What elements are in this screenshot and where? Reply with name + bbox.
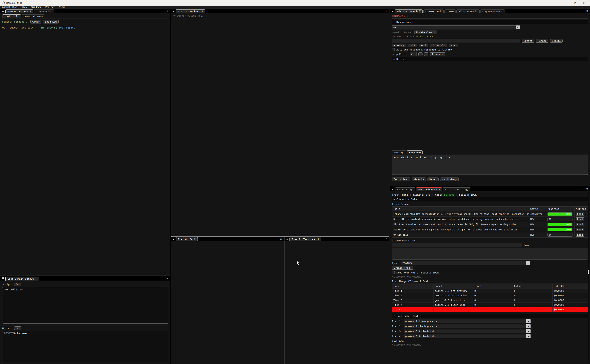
window-close-icon[interactable]: X: [167, 277, 168, 280]
create-track-button[interactable]: Create Track: [392, 266, 413, 270]
tab-operations-hub[interactable]: Operations Hub X: [5, 9, 33, 13]
to-history-button[interactable]: -> History: [440, 177, 458, 181]
plus-all-button[interactable]: +All: [419, 44, 428, 47]
menu-manual-slop[interactable]: manual slop: [2, 6, 17, 9]
tab-tool-calls[interactable]: Tool Calls: [2, 14, 21, 18]
window-close-icon[interactable]: X: [167, 10, 168, 13]
discussion-select[interactable]: main ▼: [392, 25, 520, 29]
idle-status: Status: IDLE: [459, 193, 476, 196]
tab-diagnostics[interactable]: Diagnostics: [34, 9, 54, 13]
step-mode-checkbox[interactable]: [392, 271, 395, 274]
tab-close-icon[interactable]: X: [35, 277, 37, 280]
tab-discussion-hub[interactable]: Discussion Hub X: [395, 9, 423, 13]
menu-view[interactable]: View: [21, 6, 27, 9]
tab-tier3-workers[interactable]: Tier 3: Workers X: [176, 9, 205, 13]
tier4-model-select[interactable]: gemini-2.5-flash-lite ▼: [404, 334, 531, 338]
track-type-select[interactable]: feature ▼: [401, 261, 530, 265]
tab-response[interactable]: Response: [407, 150, 423, 154]
tier2-model-select[interactable]: gemini-3-flash-preview ▼: [404, 324, 531, 328]
menu-windows[interactable]: Windows: [31, 6, 41, 9]
script-textarea[interactable]: Get-ChildItem: [2, 287, 168, 324]
tab-files-media[interactable]: Files & Media: [456, 9, 480, 13]
close-button[interactable]: ✕: [580, 0, 588, 6]
window-close-icon[interactable]: X: [386, 238, 387, 240]
message-textarea[interactable]: Read the first 10 lines of aggregate.py.: [392, 155, 588, 175]
tab-close-icon[interactable]: X: [194, 238, 195, 240]
auto-add-checkbox[interactable]: [392, 48, 395, 51]
collapse-icon[interactable]: [172, 238, 175, 240]
tab-tier1-strategy[interactable]: Tier 1: Strategy: [443, 187, 470, 191]
load-log-button[interactable]: Load Log: [43, 20, 59, 23]
create-button[interactable]: Create: [522, 39, 534, 43]
update-commit-button[interactable]: Update Commit: [414, 31, 437, 34]
discussions-section-header[interactable]: ▼ Discussions: [392, 20, 588, 24]
tab-last-script-output[interactable]: Last Script Output X: [5, 277, 39, 280]
increment-button[interactable]: +: [424, 52, 428, 56]
tab-close-icon[interactable]: X: [439, 188, 440, 191]
tab-close-icon[interactable]: X: [201, 10, 203, 13]
load-button[interactable]: Load: [576, 223, 584, 226]
gen-send-button[interactable]: Gen + Send: [392, 177, 410, 181]
clear-button[interactable]: Clear: [30, 20, 41, 23]
save-button[interactable]: Save: [449, 44, 458, 47]
load-button[interactable]: Load: [576, 212, 584, 216]
collapse-icon[interactable]: [1, 10, 5, 13]
collapse-icon[interactable]: [391, 188, 394, 191]
reset-button[interactable]: Reset: [428, 177, 439, 181]
delete-button[interactable]: Delete: [550, 39, 563, 43]
window-close-icon[interactable]: X: [586, 188, 588, 191]
output-expand-button[interactable]: [+]: [14, 326, 21, 330]
clear-all-button[interactable]: Clear All: [430, 44, 447, 47]
tab-close-icon[interactable]: X: [318, 238, 319, 240]
tier3-model-select[interactable]: gemini-2.5-flash-lite ▼: [404, 329, 531, 333]
collapse-icon[interactable]: [172, 10, 175, 13]
add-entry-button[interactable]: + Entry: [392, 44, 406, 47]
tab-comms-history[interactable]: Comms History: [22, 14, 45, 18]
tier1-model-select[interactable]: gemini-3.1-pro-preview ▼: [404, 319, 531, 323]
conductor-setup-header[interactable]: ▶ Conductor Setup: [392, 197, 588, 201]
scrollbar-track[interactable]: [588, 192, 590, 364]
tier-model-config-header[interactable]: ▼ Tier Model Config: [392, 314, 588, 318]
minus-all-button[interactable]: -All: [408, 44, 417, 47]
tab-context-hub[interactable]: Context Hub: [423, 9, 443, 13]
tab-tier2-tech-lead[interactable]: Tier 2: Tech Lead X: [289, 237, 322, 241]
output-textarea[interactable]: REJECTED by user: [2, 331, 168, 362]
scrollbar-thumb[interactable]: [588, 270, 589, 274]
keep-pairs-input[interactable]: 2: [410, 52, 417, 56]
tab-mma-dashboard[interactable]: MMA Dashboard X: [416, 187, 442, 191]
tab-tier4-qa[interactable]: Tier 4: QA X: [176, 237, 198, 241]
maximize-button[interactable]: □: [571, 0, 580, 6]
track-description-textarea[interactable]: [392, 248, 588, 260]
truncate-button[interactable]: Truncate: [430, 52, 445, 56]
load-button[interactable]: Load: [576, 228, 584, 231]
minimize-button[interactable]: —: [562, 0, 571, 6]
tab-message[interactable]: Message: [392, 150, 406, 154]
operations-hub-window: Operations Hub X Diagnostics X Tool Call…: [0, 9, 170, 275]
tab-close-icon[interactable]: X: [419, 10, 421, 13]
menu-project[interactable]: Project: [45, 6, 55, 9]
window-close-icon[interactable]: X: [586, 10, 588, 13]
tab-close-icon[interactable]: X: [30, 10, 31, 13]
load-button[interactable]: Load: [576, 233, 584, 237]
tab-theme[interactable]: Theme: [444, 9, 456, 13]
collapse-open-icon: ▼: [394, 21, 395, 23]
collapse-icon[interactable]: [286, 238, 288, 240]
discussion-name-input[interactable]: [392, 39, 520, 43]
log-out-direction: OUT: [2, 26, 7, 29]
collapse-icon[interactable]: [1, 277, 5, 280]
window-close-icon[interactable]: X: [386, 10, 387, 13]
commit-value: (none): [404, 31, 413, 34]
menu-view-2[interactable]: View: [59, 6, 65, 9]
roles-section-header[interactable]: ▶ Roles: [392, 57, 588, 61]
track-name-input[interactable]: [392, 243, 522, 247]
track-title: Build UI for context window utilization,…: [392, 217, 529, 222]
md-only-button[interactable]: MD Only: [412, 177, 426, 181]
decrement-button[interactable]: -: [418, 52, 422, 56]
load-button[interactable]: Load: [576, 217, 584, 221]
window-close-icon[interactable]: X: [280, 238, 282, 240]
rename-button[interactable]: Rename: [536, 39, 548, 43]
collapse-icon[interactable]: [391, 10, 394, 13]
tab-log-management[interactable]: Log Management: [480, 9, 505, 13]
script-expand-button[interactable]: [+]: [14, 283, 21, 286]
tab-ai-settings[interactable]: AI Settings: [395, 187, 415, 191]
